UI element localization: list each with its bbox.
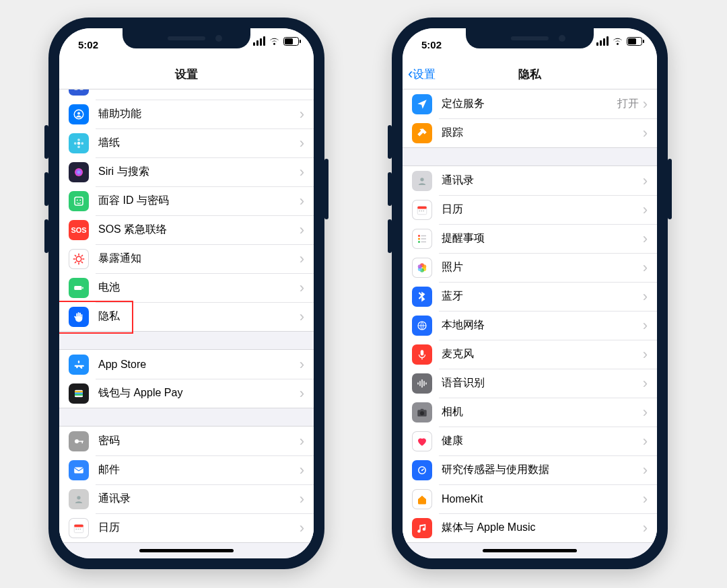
row-label: HomeKit bbox=[442, 493, 643, 505]
phone-privacy: 5:02 ‹ 设置 隐私 定位服务打开›跟踪›通讯录›日历›提醒事项›照片›蓝牙… bbox=[392, 17, 668, 569]
row-label: 通讯录 bbox=[98, 492, 300, 506]
row-p-reminders[interactable]: 提醒事项› bbox=[403, 224, 657, 253]
row-p-media[interactable]: 媒体与 Apple Music› bbox=[403, 513, 657, 542]
row-mail[interactable]: 邮件› bbox=[59, 455, 314, 484]
row-p-health[interactable]: 健康› bbox=[403, 427, 657, 455]
svg-rect-41 bbox=[78, 528, 79, 529]
appstore-icon bbox=[69, 355, 89, 375]
back-button[interactable]: ‹ 设置 bbox=[408, 67, 436, 82]
svg-point-11 bbox=[77, 145, 80, 148]
navbar-privacy: ‹ 设置 隐私 bbox=[403, 59, 657, 89]
row-passwords[interactable]: 密码› bbox=[59, 427, 314, 455]
svg-rect-50 bbox=[421, 210, 423, 211]
row-label: 墙纸 bbox=[98, 136, 300, 150]
row-p-research[interactable]: 研究传感器与使用数据› bbox=[403, 455, 657, 484]
chevron-right-icon: › bbox=[300, 309, 304, 324]
row-p-homekit[interactable]: HomeKit› bbox=[403, 484, 657, 513]
navbar-settings: 设置 bbox=[59, 59, 314, 89]
row-faceid[interactable]: 面容 ID 与密码› bbox=[59, 186, 314, 215]
row-wallpaper[interactable]: 墙纸› bbox=[59, 128, 314, 157]
mail-icon bbox=[69, 460, 89, 480]
svg-rect-28 bbox=[82, 287, 83, 289]
row-location[interactable]: 定位服务打开› bbox=[403, 89, 657, 118]
location-icon bbox=[412, 94, 432, 114]
row-p-camera[interactable]: 相机› bbox=[403, 398, 657, 427]
status-icons bbox=[253, 36, 302, 46]
battery-icon bbox=[627, 37, 645, 46]
home-indicator[interactable] bbox=[483, 549, 577, 552]
row-contacts[interactable]: 通讯录› bbox=[59, 484, 314, 513]
row-tracking[interactable]: 跟踪› bbox=[403, 118, 657, 147]
wave-icon bbox=[412, 373, 432, 394]
svg-rect-15 bbox=[75, 197, 83, 205]
calendar-icon bbox=[69, 518, 89, 538]
row-wallet[interactable]: 钱包与 Apple Pay› bbox=[59, 379, 314, 408]
row-label: 麦克风 bbox=[442, 347, 643, 361]
bluetooth-icon bbox=[412, 287, 432, 307]
row-calendar[interactable]: 日历› bbox=[59, 513, 314, 542]
notch bbox=[123, 28, 250, 48]
row-p-mic[interactable]: 麦克风› bbox=[403, 340, 657, 369]
row-label: 日历 bbox=[98, 521, 300, 535]
chevron-right-icon: › bbox=[300, 281, 304, 295]
covid-icon bbox=[69, 249, 89, 269]
row-label: 日历 bbox=[442, 203, 643, 217]
svg-rect-2 bbox=[300, 40, 301, 43]
row-accessibility[interactable]: 辅助功能› bbox=[59, 100, 314, 128]
row-p-speech[interactable]: 语音识别› bbox=[403, 369, 657, 398]
row-label: 媒体与 Apple Music bbox=[442, 521, 643, 535]
svg-rect-74 bbox=[421, 408, 424, 410]
chevron-right-icon: › bbox=[643, 434, 648, 449]
svg-rect-57 bbox=[421, 241, 427, 242]
notch bbox=[466, 28, 594, 48]
svg-rect-35 bbox=[82, 441, 83, 443]
row-label: 隐私 bbox=[98, 309, 300, 324]
svg-rect-39 bbox=[74, 524, 83, 527]
heart-icon bbox=[412, 431, 432, 451]
canvas: 5:02 设置 主屏幕›辅助功能›墙纸›Siri 与搜索›面容 ID 与密码›S… bbox=[0, 0, 727, 588]
reminders-icon bbox=[412, 229, 432, 249]
svg-line-24 bbox=[81, 261, 83, 262]
privacy-list[interactable]: 定位服务打开›跟踪›通讯录›日历›提醒事项›照片›蓝牙›本地网络›麦克风›语音识… bbox=[403, 89, 657, 558]
svg-rect-45 bbox=[643, 40, 644, 43]
row-label: 通讯录 bbox=[442, 174, 643, 188]
svg-point-16 bbox=[77, 199, 78, 200]
settings-list[interactable]: 主屏幕›辅助功能›墙纸›Siri 与搜索›面容 ID 与密码›SOSSOS 紧急… bbox=[59, 89, 314, 558]
row-home-screen[interactable]: 主屏幕› bbox=[59, 89, 314, 100]
chevron-right-icon: › bbox=[643, 521, 648, 536]
row-p-localnet[interactable]: 本地网络› bbox=[403, 311, 657, 340]
svg-rect-56 bbox=[421, 238, 427, 240]
siri-icon bbox=[69, 162, 89, 182]
svg-line-25 bbox=[75, 261, 76, 262]
contacts-icon bbox=[412, 171, 432, 191]
row-p-photos[interactable]: 照片› bbox=[403, 253, 657, 282]
row-sos[interactable]: SOSSOS 紧急联络› bbox=[59, 215, 314, 244]
svg-rect-49 bbox=[419, 210, 421, 211]
row-label: 健康 bbox=[442, 434, 643, 448]
signal-icon bbox=[596, 36, 609, 46]
row-privacy[interactable]: 隐私› bbox=[59, 302, 314, 331]
row-label: 电池 bbox=[98, 281, 300, 295]
row-label: 钱包与 Apple Pay bbox=[98, 386, 300, 400]
svg-point-37 bbox=[77, 496, 80, 499]
row-siri[interactable]: Siri 与搜索› bbox=[59, 157, 314, 186]
chevron-right-icon: › bbox=[300, 252, 304, 266]
row-p-bluetooth[interactable]: 蓝牙› bbox=[403, 282, 657, 311]
tracking-icon bbox=[412, 123, 432, 143]
status-icons bbox=[596, 36, 645, 46]
row-p-calendar[interactable]: 日历› bbox=[403, 195, 657, 224]
svg-point-14 bbox=[75, 168, 83, 176]
home-indicator[interactable] bbox=[139, 549, 234, 552]
row-appstore[interactable]: App Store› bbox=[59, 350, 314, 379]
row-p-contacts[interactable]: 通讯录› bbox=[403, 166, 657, 195]
key-icon bbox=[69, 431, 89, 451]
person-icon bbox=[69, 104, 89, 124]
row-label: 面容 ID 与密码 bbox=[98, 194, 300, 208]
svg-point-10 bbox=[77, 138, 80, 141]
page-title: 设置 bbox=[175, 67, 198, 82]
svg-rect-55 bbox=[421, 235, 427, 236]
row-battery[interactable]: 电池› bbox=[59, 273, 314, 302]
row-label: 相机 bbox=[442, 405, 643, 419]
row-exposure[interactable]: 暴露通知› bbox=[59, 244, 314, 273]
chevron-right-icon: › bbox=[643, 231, 648, 246]
